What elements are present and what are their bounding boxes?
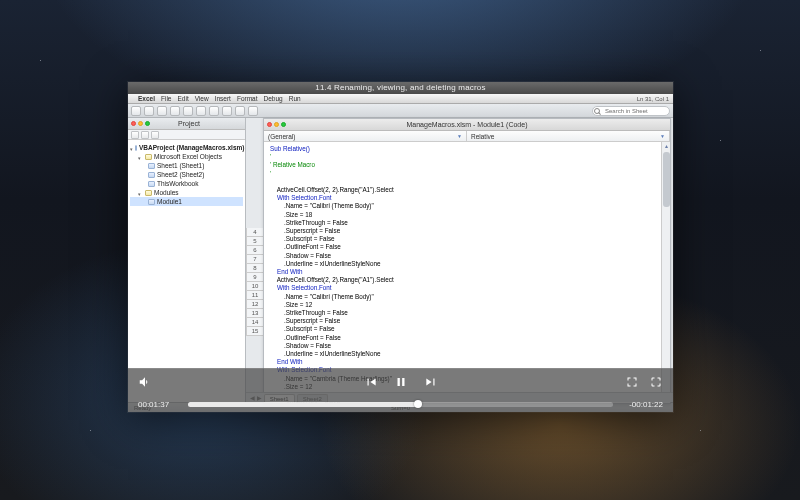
- toolbar-copy-button[interactable]: [157, 106, 167, 116]
- toolbar-cut-button[interactable]: [144, 106, 154, 116]
- folder-icon: [145, 190, 152, 196]
- toolbar-paste-button[interactable]: [170, 106, 180, 116]
- toggle-folders-button[interactable]: [151, 131, 159, 139]
- tree-object-sheet1[interactable]: Sheet1 (Sheet1): [130, 161, 243, 170]
- row-header[interactable]: 8: [246, 264, 264, 273]
- row-header[interactable]: 5: [246, 237, 264, 246]
- zoom-icon[interactable]: [145, 121, 150, 126]
- disclosure-icon[interactable]: [138, 190, 143, 195]
- exit-button[interactable]: [649, 375, 663, 389]
- disclosure-icon[interactable]: [138, 154, 143, 159]
- app-menu[interactable]: Excel: [138, 95, 155, 102]
- tree-item-label: ThisWorkbook: [157, 180, 198, 187]
- row-header[interactable]: 12: [246, 300, 264, 309]
- view-code-button[interactable]: [131, 131, 139, 139]
- toolbar-redo-button[interactable]: [196, 106, 206, 116]
- row-header[interactable]: 10: [246, 282, 264, 291]
- tree-modules[interactable]: Modules: [130, 188, 243, 197]
- disclosure-icon[interactable]: [130, 145, 133, 150]
- video-title: 11.4 Renaming, viewing, and deleting mac…: [128, 82, 673, 94]
- project-panel-label: Project: [178, 120, 220, 127]
- close-icon[interactable]: [131, 121, 136, 126]
- next-button[interactable]: [424, 375, 438, 389]
- seek-track[interactable]: [188, 402, 613, 407]
- toolbar-run-button[interactable]: [209, 106, 219, 116]
- project-tree[interactable]: VBAProject (ManageMacros.xlsm) Microsoft…: [128, 140, 245, 402]
- menu-insert[interactable]: Insert: [215, 95, 231, 102]
- toolbar-reset-button[interactable]: [235, 106, 245, 116]
- tree-project-root[interactable]: VBAProject (ManageMacros.xlsm): [130, 143, 243, 152]
- mac-menu-bar: Excel File Edit View Insert Format Debug…: [128, 94, 673, 104]
- close-icon[interactable]: [267, 122, 272, 127]
- tree-item-label: Sheet1 (Sheet1): [157, 162, 204, 169]
- tree-item-label: Module1: [157, 198, 182, 205]
- project-toolbar: [128, 130, 245, 140]
- cursor-position: Ln 31, Col 1: [637, 96, 669, 102]
- minimize-icon[interactable]: [138, 121, 143, 126]
- menu-file[interactable]: File: [161, 95, 171, 102]
- project-icon: [135, 145, 137, 151]
- seek-progress: [188, 402, 418, 407]
- elapsed-time: 00:01:37: [138, 400, 180, 409]
- folder-icon: [145, 154, 152, 160]
- code-window: ManageMacros.xlsm - Module1 (Code) (Gene…: [263, 118, 671, 404]
- previous-button[interactable]: [364, 375, 378, 389]
- dropdown-value: Relative: [471, 133, 494, 140]
- pause-button[interactable]: [394, 375, 408, 389]
- project-explorer: Project VBAProject (ManageMacros.xlsm): [128, 118, 246, 402]
- project-panel-title: Project: [128, 118, 245, 130]
- menu-edit[interactable]: Edit: [177, 95, 188, 102]
- workspace: 4 5 6 7 8 9 10 11 12 13 14 15: [246, 118, 673, 402]
- worksheet-icon: [148, 163, 155, 169]
- tree-item-label: Sheet2 (Sheet2): [157, 171, 204, 178]
- fullscreen-button[interactable]: [625, 375, 639, 389]
- code-window-titlebar[interactable]: ManageMacros.xlsm - Module1 (Code): [264, 119, 670, 131]
- screencast-content: Excel File Edit View Insert Format Debug…: [128, 94, 673, 412]
- tree-object-sheet2[interactable]: Sheet2 (Sheet2): [130, 170, 243, 179]
- scroll-up-icon[interactable]: ▴: [662, 142, 670, 151]
- vba-toolbar: [128, 104, 673, 118]
- code-window-title: ManageMacros.xlsm - Module1 (Code): [407, 121, 528, 128]
- seek-handle[interactable]: [414, 400, 422, 408]
- menu-run[interactable]: Run: [289, 95, 301, 102]
- toolbar-design-button[interactable]: [248, 106, 258, 116]
- toolbar-undo-button[interactable]: [183, 106, 193, 116]
- tree-object-thisworkbook[interactable]: ThisWorkbook: [130, 179, 243, 188]
- video-player-controls: 00:01:37 -00:01:22: [128, 368, 673, 412]
- row-header[interactable]: 9: [246, 273, 264, 282]
- tree-excel-objects[interactable]: Microsoft Excel Objects: [130, 152, 243, 161]
- remaining-time: -00:01:22: [621, 400, 663, 409]
- tree-root-label: VBAProject (ManageMacros.xlsm): [139, 144, 244, 151]
- row-header[interactable]: 11: [246, 291, 264, 300]
- worksheet-icon: [148, 172, 155, 178]
- row-header[interactable]: 4: [246, 228, 264, 237]
- row-header[interactable]: 14: [246, 318, 264, 327]
- vertical-scrollbar[interactable]: ▴ ▾: [661, 142, 670, 403]
- minimize-icon[interactable]: [274, 122, 279, 127]
- tree-group-label: Microsoft Excel Objects: [154, 153, 222, 160]
- volume-icon[interactable]: [138, 375, 152, 389]
- tree-group-label: Modules: [154, 189, 179, 196]
- search-input[interactable]: [592, 106, 670, 116]
- zoom-icon[interactable]: [281, 122, 286, 127]
- toolbar-save-button[interactable]: [131, 106, 141, 116]
- video-frame: 11.4 Renaming, viewing, and deleting mac…: [128, 82, 673, 412]
- tree-module1[interactable]: Module1: [130, 197, 243, 206]
- row-header[interactable]: 7: [246, 255, 264, 264]
- object-dropdown[interactable]: (General): [264, 131, 467, 141]
- row-header[interactable]: 13: [246, 309, 264, 318]
- toolbar-break-button[interactable]: [222, 106, 232, 116]
- procedure-dropdown[interactable]: Relative: [467, 131, 670, 141]
- row-header[interactable]: 6: [246, 246, 264, 255]
- dropdown-value: (General): [268, 133, 295, 140]
- spreadsheet-row-headers: 4 5 6 7 8 9 10 11 12 13 14 15: [246, 228, 264, 336]
- workbook-icon: [148, 181, 155, 187]
- view-object-button[interactable]: [141, 131, 149, 139]
- scrollbar-thumb[interactable]: [663, 152, 670, 207]
- menu-view[interactable]: View: [195, 95, 209, 102]
- code-editor[interactable]: Sub Relative() ' ' Relative Macro ' Acti…: [264, 142, 670, 403]
- menu-format[interactable]: Format: [237, 95, 258, 102]
- menu-debug[interactable]: Debug: [264, 95, 283, 102]
- module-icon: [148, 199, 155, 205]
- row-header[interactable]: 15: [246, 327, 264, 336]
